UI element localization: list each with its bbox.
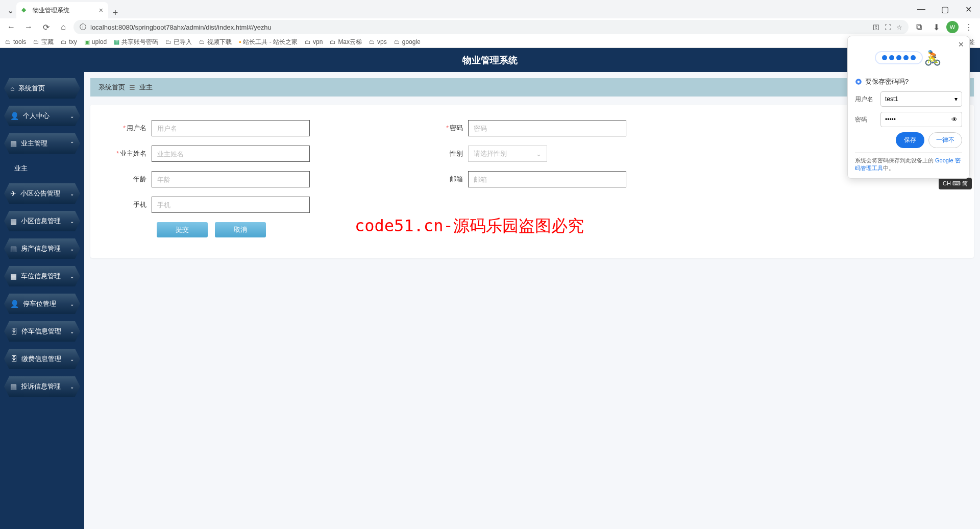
username-input[interactable] [152, 120, 310, 136]
browser-tab[interactable]: ◆ 物业管理系统 × [16, 2, 108, 18]
eye-icon[interactable]: 👁 [951, 116, 958, 123]
folder-icon: 🗀 [165, 38, 172, 45]
reload-button[interactable]: ⟳ [39, 20, 53, 34]
menu-parkinglot[interactable]: 👤停车位管理⌄ [4, 294, 80, 314]
gender-select[interactable]: 请选择性别⌄ [468, 146, 547, 162]
popup-user-label: 用户名 [855, 95, 880, 104]
chevron-down-icon: ⌄ [536, 150, 542, 158]
username-label: *用户名 [101, 124, 152, 133]
close-window-button[interactable]: ✕ [957, 0, 980, 18]
age-input[interactable] [152, 171, 310, 187]
extensions-icon[interactable]: ⧉ [912, 20, 926, 34]
phone-input[interactable] [152, 197, 310, 213]
download-icon[interactable]: ⬇ [929, 20, 943, 34]
address-bar[interactable]: ⓘ localhost:8080/springboot78ahx/admin/d… [74, 20, 909, 34]
app-title: 物业管理系统 [462, 54, 518, 66]
bookmark-vpn[interactable]: 🗀vpn [305, 38, 323, 45]
menu-home[interactable]: ⌂系统首页 [4, 78, 80, 99]
popup-pass-label: 密码 [855, 115, 880, 124]
bookmark-tools[interactable]: 🗀tools [5, 38, 26, 45]
tab-title: 物业管理系统 [33, 6, 69, 15]
maximize-button[interactable]: ▢ [933, 0, 957, 18]
bookmark-video[interactable]: 🗀视频下载 [199, 38, 232, 46]
breadcrumb-home[interactable]: 系统首页 [99, 83, 125, 92]
popup-footer: 系统会将密码保存到此设备上的 Google 密码管理工具中。 [855, 152, 962, 172]
folder-icon: 🗀 [394, 38, 400, 45]
phone-label: 手机 [101, 200, 152, 209]
popup-never-button[interactable]: 一律不 [928, 132, 962, 148]
menu-personal[interactable]: 👤个人中心⌄ [4, 106, 80, 126]
minimize-button[interactable]: — [910, 0, 933, 18]
popup-close-icon[interactable]: ✕ [958, 40, 964, 49]
chevron-down-icon: ⌄ [70, 219, 74, 224]
password-input[interactable] [468, 120, 626, 136]
email-label: 邮箱 [417, 175, 468, 184]
home-button[interactable]: ⌂ [56, 20, 70, 34]
user-icon: 👤 [10, 112, 19, 120]
menu-owner[interactable]: ▦业主管理⌃ [4, 133, 80, 154]
translate-icon[interactable]: ⛶ [885, 23, 891, 31]
cancel-button[interactable]: 取消 [215, 222, 266, 237]
chevron-down-icon: ⌄ [70, 113, 74, 119]
sidebar: ⌂系统首页 👤个人中心⌄ ▦业主管理⌃ 业主 ✈小区公告管理⌄ ▦小区信息管理⌄… [0, 72, 84, 529]
menu-icon[interactable]: ⋮ [962, 20, 976, 34]
folder-icon: 🗀 [61, 38, 67, 45]
bookmark-star-icon[interactable]: ☆ [896, 23, 902, 31]
menu-complaint[interactable]: ▦投诉信息管理⌄ [4, 376, 80, 397]
submit-button[interactable]: 提交 [157, 222, 208, 237]
bookmarks-bar: 🗀tools 🗀宝藏 🗀txy ▣uplod ▦共享账号密码 🗀已导入 🗀视频下… [0, 36, 980, 48]
tab-dropdown[interactable]: ⌄ [4, 2, 16, 18]
bookmark-webmaster[interactable]: ▪站长工具 - 站长之家 [239, 38, 298, 46]
menu-payment[interactable]: 🗄缴费信息管理⌄ [4, 349, 80, 369]
chevron-down-icon: ⌄ [70, 246, 74, 252]
chevron-down-icon: ⌄ [70, 384, 74, 390]
archive-icon: 🗄 [10, 327, 17, 335]
menu-parkinfo[interactable]: 🗄停车信息管理⌄ [4, 321, 80, 342]
folder-icon: 🗀 [305, 38, 311, 45]
chevron-down-icon: ⌄ [70, 191, 74, 197]
folder-icon: 🗀 [33, 38, 39, 45]
popup-title: 要保存密码吗? [865, 77, 909, 86]
archive-icon: 🗄 [10, 355, 17, 363]
tab-close-icon[interactable]: × [99, 6, 103, 14]
profile-avatar[interactable]: W [946, 21, 959, 33]
chevron-down-icon: ⌄ [70, 274, 74, 279]
favicon-icon: ◆ [21, 6, 30, 14]
bookmark-max[interactable]: 🗀Max云梯 [330, 38, 362, 46]
new-tab-button[interactable]: + [108, 8, 122, 18]
age-label: 年龄 [101, 175, 152, 184]
bookmark-google[interactable]: 🗀google [394, 38, 421, 45]
key-icon[interactable]: ⚿ [873, 23, 879, 31]
folder-icon: 🗀 [369, 38, 375, 45]
bookmark-txy[interactable]: 🗀txy [61, 38, 77, 45]
send-icon: ✈ [10, 189, 16, 198]
popup-pass-input[interactable]: •••••👁 [880, 112, 962, 127]
forward-button[interactable]: → [21, 20, 36, 34]
chevron-down-icon: ▾ [954, 95, 958, 103]
user-icon: 👤 [10, 300, 19, 308]
menu-community[interactable]: ▦小区信息管理⌄ [4, 211, 80, 231]
back-button[interactable]: ← [4, 20, 18, 34]
google-icon [855, 78, 862, 85]
popup-illustration: 🚴 [855, 41, 962, 74]
bookmark-vps[interactable]: 🗀vps [369, 38, 387, 45]
site-info-icon[interactable]: ⓘ [80, 22, 86, 32]
owner-label: *业主姓名 [101, 149, 152, 158]
ime-indicator[interactable]: CH ⌨ 简 [939, 178, 972, 189]
email-input[interactable] [468, 171, 626, 187]
bookmark-uplod[interactable]: ▣uplod [84, 38, 107, 45]
grid-icon: ▦ [10, 139, 17, 148]
submenu-owner[interactable]: 业主 [4, 161, 80, 176]
form-panel: *用户名 *密码 *业主姓名 性别 请选择性别⌄ [90, 105, 974, 258]
bookmark-shared[interactable]: ▦共享账号密码 [114, 38, 158, 46]
chevron-down-icon: ⌄ [70, 356, 74, 362]
popup-user-select[interactable]: test1▾ [880, 91, 962, 107]
menu-parking[interactable]: ▤车位信息管理⌄ [4, 266, 80, 286]
password-save-popup: ✕ 🚴 要保存密码吗? 用户名 test1▾ 密码 •••••👁 保存 一律不 … [847, 36, 970, 179]
menu-notice[interactable]: ✈小区公告管理⌄ [4, 183, 80, 204]
bookmark-treasure[interactable]: 🗀宝藏 [33, 38, 54, 46]
menu-property[interactable]: ▦房产信息管理⌄ [4, 238, 80, 259]
bookmark-imported[interactable]: 🗀已导入 [165, 38, 192, 46]
owner-input[interactable] [152, 146, 310, 162]
popup-save-button[interactable]: 保存 [896, 132, 924, 148]
